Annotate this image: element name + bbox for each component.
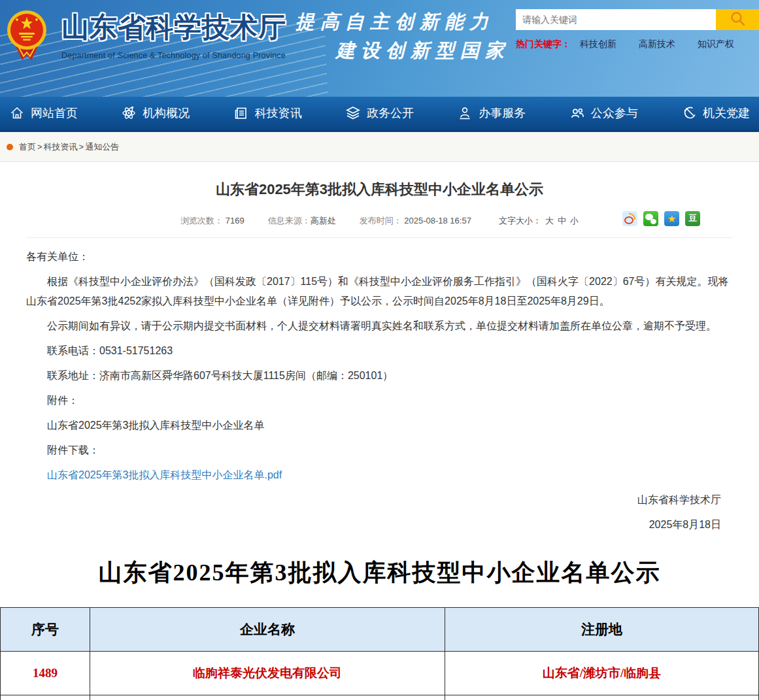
meta-publish-time: 发布时间： 2025-08-18 16:57 <box>360 215 471 227</box>
nav-item-services[interactable]: 办事服务 <box>457 105 526 121</box>
attachment-label: 附件： <box>26 391 733 410</box>
nav-item-party-building[interactable]: 机关党建 <box>681 105 750 121</box>
paragraph-basis: 根据《科技型中小企业评价办法》（国科发政〔2017〕115号）和《科技型中小企业… <box>26 272 733 311</box>
contact-address: 联系地址：济南市高新区舜华路607号科技大厦1115房间（邮编：250101） <box>26 366 733 386</box>
article-meta: 浏览次数： 7169 信息来源：高新处 发布时间： 2025-08-18 16:… <box>26 212 733 229</box>
hot-keywords-label: 热门关键字： <box>516 39 571 50</box>
search-bar <box>516 9 759 30</box>
salutation: 各有关单位： <box>26 247 733 267</box>
breadcrumb-dot-icon <box>7 144 13 150</box>
breadcrumb-notices[interactable]: 通知公告 <box>85 141 119 153</box>
enterprise-roster-table: 序号 企业名称 注册地 1489 临朐祥泰光伏发电有限公司 山东省/潍坊市/临朐… <box>0 607 759 700</box>
nav-item-home[interactable]: 网站首页 <box>9 105 78 121</box>
nav-label: 科技资讯 <box>255 105 302 121</box>
meta-font-size: 文字大小：大中小 <box>495 215 579 227</box>
breadcrumb: 首页 > 科技资讯 > 通知公告 <box>0 132 759 162</box>
wechat-share-icon[interactable] <box>643 211 658 226</box>
contact-phone: 联系电话：0531-51751263 <box>26 341 733 361</box>
signature-org: 山东省科学技术厅 <box>26 490 721 510</box>
person-service-icon <box>457 105 473 121</box>
signature-date: 2025年8月18日 <box>26 515 721 535</box>
cell-no: 1489 <box>1 652 90 695</box>
nav-label: 政务公开 <box>367 105 414 121</box>
cell-name: 临朐祥泰光伏发电有限公司 <box>90 652 445 695</box>
people-icon <box>569 105 585 121</box>
column-header-name: 企业名称 <box>90 608 445 652</box>
article-body: 各有关单位： 根据《科技型中小企业评价办法》（国科发政〔2017〕115号）和《… <box>26 247 733 485</box>
breadcrumb-separator: > <box>37 142 42 152</box>
font-size-medium[interactable]: 中 <box>558 216 566 225</box>
home-icon <box>9 105 25 121</box>
national-emblem-logo <box>5 5 48 65</box>
breadcrumb-home[interactable]: 首页 <box>19 141 36 153</box>
attachment-name: 山东省2025年第3批拟入库科技型中小企业名单 <box>26 416 733 435</box>
attachment-download-label: 附件下载： <box>26 441 733 460</box>
roster-title: 山东省2025年第3批拟入库科技型中小企业名单公示 <box>26 557 733 589</box>
share-bar: ★ 豆 <box>622 211 700 226</box>
nav-label: 网站首页 <box>31 105 78 121</box>
site-title-english: Department of Science & Technology of Sh… <box>61 51 286 60</box>
douban-share-icon[interactable]: 豆 <box>685 211 700 226</box>
page: 山东省科学技术厅 Department of Science & Technol… <box>0 0 759 700</box>
paragraph-objection: 公示期间如有异议，请于公示期内提交书面材料，个人提交材料请署明真实姓名和联系方式… <box>26 316 733 336</box>
nav-item-about[interactable]: 机构概况 <box>121 105 190 121</box>
font-size-large[interactable]: 大 <box>545 216 554 225</box>
meta-divider <box>26 237 733 238</box>
hot-keyword-2[interactable]: 高新技术 <box>639 39 675 50</box>
article-content: 山东省2025年第3批拟入库科技型中小企业名单公示 浏览次数： 7169 信息来… <box>0 180 759 700</box>
column-header-region: 注册地 <box>445 608 759 652</box>
breadcrumb-news[interactable]: 科技资讯 <box>44 141 78 153</box>
breadcrumb-separator: > <box>79 142 84 152</box>
nav-item-gov-disclosure[interactable]: 政务公开 <box>345 105 414 121</box>
table-header-row: 序号 企业名称 注册地 <box>1 608 759 652</box>
attachment-pdf-link[interactable]: 山东省2025年第3批拟入库科技型中小企业名单.pdf <box>47 469 282 480</box>
nav-label: 机关党建 <box>703 105 750 121</box>
font-size-small[interactable]: 小 <box>570 216 579 225</box>
search-button[interactable] <box>716 9 759 30</box>
search-input[interactable] <box>516 9 716 30</box>
site-header: 山东省科学技术厅 Department of Science & Technol… <box>0 0 759 97</box>
hot-keyword-3[interactable]: 知识产权 <box>698 39 734 50</box>
site-title: 山东省科学技术厅 <box>61 9 286 46</box>
atom-icon <box>121 105 137 121</box>
nav-item-participation[interactable]: 公众参与 <box>569 105 638 121</box>
slogan-line-2: 建设创新型国家 <box>336 38 510 64</box>
column-header-no: 序号 <box>1 608 90 652</box>
nav-item-news[interactable]: 科技资讯 <box>233 105 302 121</box>
nav-label: 公众参与 <box>591 105 638 121</box>
slogan-line-1: 提高自主创新能力 <box>295 9 510 35</box>
search-icon <box>729 10 747 29</box>
table-row: 1489 临朐祥泰光伏发电有限公司 山东省/潍坊市/临朐县 <box>1 652 759 695</box>
newspaper-icon <box>233 105 249 121</box>
meta-source: 信息来源：高新处 <box>268 215 336 227</box>
nav-label: 机构概况 <box>143 105 190 121</box>
hot-keyword-1[interactable]: 科技创新 <box>580 39 616 50</box>
cell-region: 山东省/潍坊市/临朐县 <box>445 652 759 695</box>
article-title: 山东省2025年第3批拟入库科技型中小企业名单公示 <box>26 180 733 199</box>
header-slogan: 提高自主创新能力 建设创新型国家 <box>295 9 510 64</box>
main-navigation: 网站首页 机构概况 科技资讯 政务公开 办事服务 公众参与 机关党建 <box>0 97 759 132</box>
weibo-share-icon[interactable] <box>622 211 637 226</box>
table-row-partial <box>1 695 759 700</box>
qzone-share-icon[interactable]: ★ <box>664 211 679 226</box>
layers-icon <box>345 105 361 121</box>
nav-label: 办事服务 <box>479 105 526 121</box>
hammer-sickle-icon <box>681 105 697 121</box>
meta-views: 浏览次数： 7169 <box>180 215 245 227</box>
signature-block: 山东省科学技术厅 2025年8月18日 <box>26 490 733 535</box>
